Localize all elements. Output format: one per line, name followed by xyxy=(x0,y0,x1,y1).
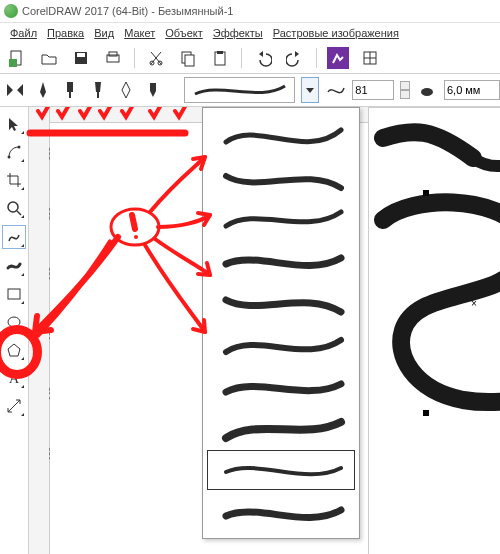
stroke-preset-preview[interactable] xyxy=(184,77,295,103)
crop-tool[interactable] xyxy=(3,169,25,191)
brush-preset1-icon[interactable] xyxy=(32,79,54,101)
undo-icon[interactable] xyxy=(252,47,274,69)
preset-item-3[interactable] xyxy=(207,240,355,280)
menu-effects[interactable]: Эффекты xyxy=(209,25,267,41)
text-tool[interactable]: A xyxy=(3,367,25,389)
print-icon[interactable] xyxy=(102,47,124,69)
svg-point-19 xyxy=(8,317,20,327)
preset-item-6[interactable] xyxy=(207,366,355,406)
brush-preset3-icon[interactable] xyxy=(87,79,109,101)
main-toolbar xyxy=(0,43,500,74)
preview-stroke-1 xyxy=(373,118,500,178)
svg-rect-18 xyxy=(8,289,20,299)
svg-point-14 xyxy=(421,88,433,96)
svg-rect-1 xyxy=(9,59,17,67)
preview-stroke-2[interactable] xyxy=(373,190,500,420)
preset-item-1[interactable] xyxy=(207,156,355,196)
menu-view[interactable]: Вид xyxy=(90,25,118,41)
preset-item-7[interactable] xyxy=(207,408,355,448)
svg-point-17 xyxy=(8,202,18,212)
copy-icon[interactable] xyxy=(177,47,199,69)
preset-item-2[interactable] xyxy=(207,198,355,238)
menu-file[interactable]: Файл xyxy=(6,25,41,41)
width-spinner[interactable] xyxy=(400,81,410,99)
wave-icon xyxy=(325,79,347,101)
cut-icon[interactable] xyxy=(145,47,167,69)
units-field[interactable] xyxy=(444,80,500,100)
menu-edit[interactable]: Правка xyxy=(43,25,88,41)
preset-item-8[interactable] xyxy=(207,450,355,490)
menu-bitmaps[interactable]: Растровые изображения xyxy=(269,25,403,41)
artistic-media-tool[interactable] xyxy=(3,255,25,277)
svg-rect-3 xyxy=(77,53,85,57)
svg-rect-9 xyxy=(185,55,194,66)
shape-tool[interactable] xyxy=(3,141,25,163)
preview-panel: × xyxy=(368,107,500,554)
title-bar: CorelDRAW 2017 (64-Bit) - Безымянный-1 xyxy=(0,0,500,23)
pen-icon[interactable] xyxy=(115,79,137,101)
preset-item-9[interactable] xyxy=(207,492,355,532)
ellipse-tool[interactable] xyxy=(3,311,25,333)
svg-text:A: A xyxy=(9,371,20,386)
property-bar xyxy=(0,74,500,107)
window-title: CorelDRAW 2017 (64-Bit) - Безымянный-1 xyxy=(22,5,233,17)
workspace: A 220 200 180 160 140 120 Безым × xyxy=(0,107,500,554)
preset-item-4[interactable] xyxy=(207,282,355,322)
zoom-tool[interactable] xyxy=(3,197,25,219)
svg-rect-11 xyxy=(217,51,223,54)
preset-item-5[interactable] xyxy=(207,324,355,364)
dimension-tool[interactable] xyxy=(3,395,25,417)
freehand-tool[interactable] xyxy=(2,225,26,249)
svg-rect-13 xyxy=(67,82,73,92)
center-marker: × xyxy=(471,298,477,309)
stroke-preset-dropdown-button[interactable] xyxy=(301,77,319,103)
menu-bar: Файл Правка Вид Макет Объект Эффекты Рас… xyxy=(0,23,500,43)
svg-point-15 xyxy=(8,156,11,159)
open-icon[interactable] xyxy=(38,47,60,69)
app-logo-icon xyxy=(4,4,18,18)
polygon-tool[interactable] xyxy=(3,339,25,361)
canvas-area[interactable]: Безым × xyxy=(50,107,500,554)
drop-icon xyxy=(416,79,438,101)
paste-icon[interactable] xyxy=(209,47,231,69)
preset-item-0[interactable] xyxy=(207,114,355,154)
pick-tool[interactable] xyxy=(3,113,25,135)
stroke-preset-dropdown xyxy=(202,107,360,539)
save-icon[interactable] xyxy=(70,47,92,69)
redo-icon[interactable] xyxy=(284,47,306,69)
launch-icon[interactable] xyxy=(327,47,349,69)
snap-icon[interactable] xyxy=(359,47,381,69)
menu-object[interactable]: Объект xyxy=(161,25,206,41)
mirror-icon[interactable] xyxy=(4,79,26,101)
new-doc-icon[interactable] xyxy=(6,47,28,69)
marker-icon[interactable] xyxy=(143,79,165,101)
menu-layout[interactable]: Макет xyxy=(120,25,159,41)
toolbox: A xyxy=(0,107,29,554)
rectangle-tool[interactable] xyxy=(3,283,25,305)
svg-point-16 xyxy=(18,146,21,149)
ruler-vertical: 220 200 180 160 140 120 xyxy=(29,107,50,554)
brush-preset2-icon[interactable] xyxy=(59,79,81,101)
stroke-width-field[interactable] xyxy=(352,80,394,100)
